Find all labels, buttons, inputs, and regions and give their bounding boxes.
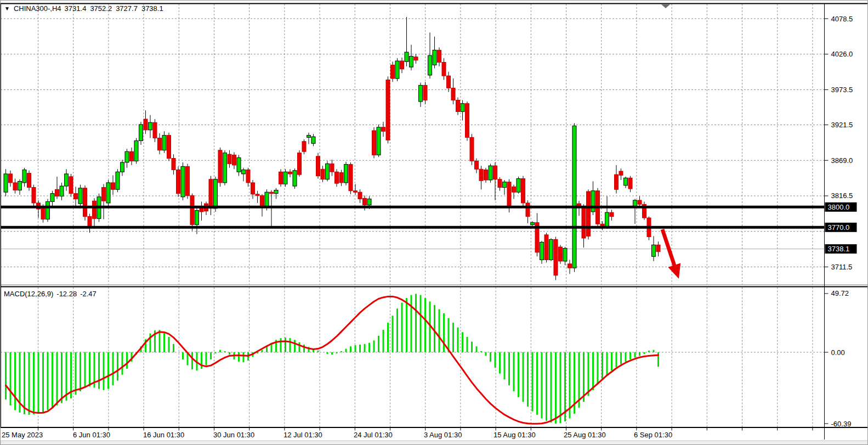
bearish-candle[interactable] xyxy=(447,76,451,88)
bearish-candle[interactable] xyxy=(554,239,558,275)
bullish-candle[interactable] xyxy=(162,136,166,150)
bearish-candle[interactable] xyxy=(270,192,274,193)
bullish-candle[interactable] xyxy=(377,127,381,155)
bullish-candle[interactable] xyxy=(125,151,129,162)
bullish-candle[interactable] xyxy=(591,191,595,212)
bullish-candle[interactable] xyxy=(563,249,567,261)
bearish-candle[interactable] xyxy=(260,195,264,206)
bullish-candle[interactable] xyxy=(116,172,120,189)
bearish-candle[interactable] xyxy=(279,172,283,184)
bullish-candle[interactable] xyxy=(60,186,64,196)
bullish-candle[interactable] xyxy=(531,223,535,225)
bearish-candle[interactable] xyxy=(391,65,395,78)
bullish-candle[interactable] xyxy=(572,126,576,268)
bullish-candle[interactable] xyxy=(134,141,138,161)
bearish-candle[interactable] xyxy=(27,173,31,188)
bearish-candle[interactable] xyxy=(246,170,250,183)
bearish-candle[interactable] xyxy=(74,194,78,199)
bearish-candle[interactable] xyxy=(363,198,367,205)
bearish-candle[interactable] xyxy=(423,85,427,100)
bearish-candle[interactable] xyxy=(88,217,92,228)
bearish-candle[interactable] xyxy=(32,188,36,203)
chart-canvas[interactable]: 4078.54026.03973.53921.53869.03816.53711… xyxy=(1,1,868,445)
bearish-candle[interactable] xyxy=(526,203,530,217)
bullish-candle[interactable] xyxy=(633,200,637,206)
bullish-candle[interactable] xyxy=(293,171,297,186)
bearish-candle[interactable] xyxy=(466,104,469,138)
bullish-candle[interactable] xyxy=(139,125,143,141)
bearish-candle[interactable] xyxy=(339,172,343,182)
bearish-candle[interactable] xyxy=(484,170,488,180)
bearish-candle[interactable] xyxy=(372,131,376,155)
bearish-candle[interactable] xyxy=(93,201,97,218)
bullish-candle[interactable] xyxy=(311,137,315,143)
bullish-candle[interactable] xyxy=(517,179,520,193)
bullish-candle[interactable] xyxy=(652,245,656,256)
bearish-candle[interactable] xyxy=(102,188,106,201)
bullish-candle[interactable] xyxy=(237,157,241,172)
bearish-candle[interactable] xyxy=(177,170,180,194)
bearish-candle[interactable] xyxy=(386,80,390,140)
bearish-candle[interactable] xyxy=(493,166,497,179)
bearish-candle[interactable] xyxy=(251,183,255,194)
bearish-candle[interactable] xyxy=(615,174,619,189)
bearish-candle[interactable] xyxy=(228,154,231,164)
bearish-candle[interactable] xyxy=(153,122,157,138)
bullish-candle[interactable] xyxy=(395,61,399,78)
bearish-candle[interactable] xyxy=(256,194,259,195)
bullish-candle[interactable] xyxy=(106,183,110,203)
bearish-candle[interactable] xyxy=(330,164,334,172)
bearish-candle[interactable] xyxy=(456,100,460,112)
bearish-candle[interactable] xyxy=(130,151,134,161)
bearish-candle[interactable] xyxy=(470,137,474,161)
bearish-candle[interactable] xyxy=(55,189,59,196)
bearish-candle[interactable] xyxy=(587,191,591,236)
bullish-candle[interactable] xyxy=(65,174,69,186)
scrollbar-track[interactable] xyxy=(1,441,868,445)
bearish-candle[interactable] xyxy=(442,63,446,76)
bullish-candle[interactable] xyxy=(419,85,423,102)
bullish-candle[interactable] xyxy=(549,239,553,260)
bearish-candle[interactable] xyxy=(479,169,483,181)
bearish-candle[interactable] xyxy=(288,172,292,174)
bullish-candle[interactable] xyxy=(540,242,544,260)
bullish-candle[interactable] xyxy=(489,166,492,180)
bearish-candle[interactable] xyxy=(498,179,502,188)
bearish-candle[interactable] xyxy=(232,155,236,165)
bearish-candle[interactable] xyxy=(628,178,632,189)
bullish-candle[interactable] xyxy=(265,192,269,206)
bearish-candle[interactable] xyxy=(298,153,302,174)
bullish-candle[interactable] xyxy=(274,190,278,193)
bullish-candle[interactable] xyxy=(428,55,432,75)
bearish-candle[interactable] xyxy=(349,165,353,191)
bearish-candle[interactable] xyxy=(582,207,586,238)
bullish-candle[interactable] xyxy=(181,166,185,196)
bearish-candle[interactable] xyxy=(438,50,441,62)
bearish-candle[interactable] xyxy=(209,179,213,209)
bullish-candle[interactable] xyxy=(461,104,464,112)
bullish-candle[interactable] xyxy=(433,50,436,65)
bullish-candle[interactable] xyxy=(283,172,287,184)
bullish-candle[interactable] xyxy=(46,201,50,219)
bearish-candle[interactable] xyxy=(544,235,548,260)
bullish-candle[interactable] xyxy=(367,199,371,205)
bearish-candle[interactable] xyxy=(41,208,45,219)
bearish-candle[interactable] xyxy=(167,136,171,159)
bullish-candle[interactable] xyxy=(18,181,22,190)
bearish-candle[interactable] xyxy=(507,182,511,206)
bearish-candle[interactable] xyxy=(335,172,339,183)
bearish-candle[interactable] xyxy=(559,247,563,261)
bearish-candle[interactable] xyxy=(354,191,358,192)
bullish-candle[interactable] xyxy=(503,182,507,188)
bearish-candle[interactable] xyxy=(144,119,147,130)
bearish-candle[interactable] xyxy=(316,156,320,176)
bullish-candle[interactable] xyxy=(242,170,246,174)
bullish-candle[interactable] xyxy=(223,153,227,183)
bullish-candle[interactable] xyxy=(405,52,409,61)
bearish-candle[interactable] xyxy=(568,264,572,268)
bullish-candle[interactable] xyxy=(121,162,124,172)
bullish-candle[interactable] xyxy=(307,136,311,138)
bullish-candle[interactable] xyxy=(78,188,82,204)
bearish-candle[interactable] xyxy=(83,188,87,217)
bullish-candle[interactable] xyxy=(195,210,199,224)
